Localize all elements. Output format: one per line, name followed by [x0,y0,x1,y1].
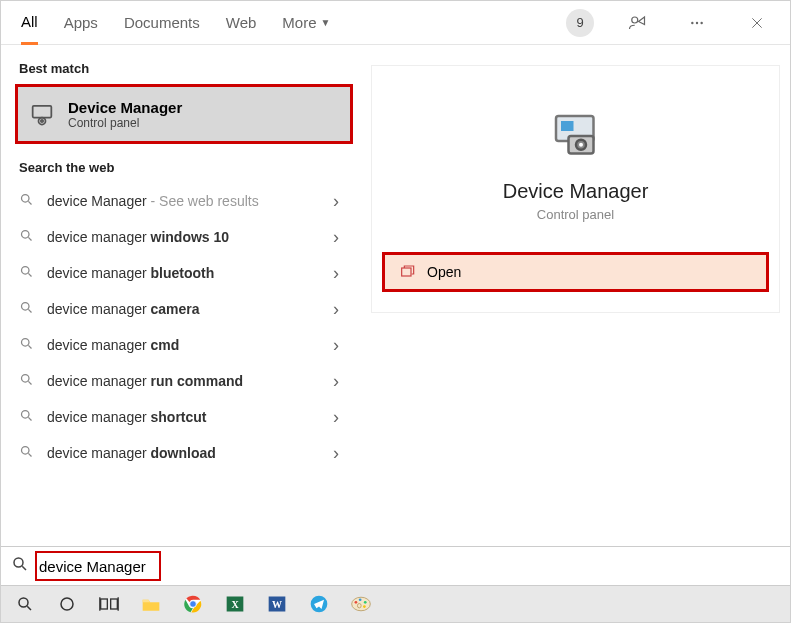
tab-all[interactable]: All [21,1,38,45]
svg-rect-4 [33,106,52,118]
svg-point-6 [41,120,43,122]
web-result-text: device manager windows 10 [47,229,321,245]
svg-point-14 [22,447,30,455]
svg-point-0 [632,17,638,23]
web-result-item[interactable]: device manager bluetooth› [1,255,361,291]
best-match-title: Device Manager [68,99,182,116]
device-manager-large-icon [546,106,606,166]
svg-point-8 [22,231,30,239]
tab-web[interactable]: Web [226,1,257,45]
svg-rect-16 [561,121,574,131]
taskbar-explorer-icon[interactable] [133,587,169,621]
web-result-item[interactable]: device manager run command› [1,363,361,399]
svg-point-13 [22,411,30,419]
feedback-icon[interactable] [620,6,654,40]
taskbar-taskview-icon[interactable] [91,587,127,621]
tab-more-label: More [282,14,316,31]
search-icon [19,336,35,354]
search-icon [19,408,35,426]
web-result-item[interactable]: device manager download› [1,435,361,471]
web-result-text: device manager bluetooth [47,265,321,281]
web-result-text: device manager cmd [47,337,321,353]
chevron-down-icon: ▼ [321,17,331,28]
open-action[interactable]: Open [382,252,769,292]
search-icon [19,228,35,246]
web-result-text: device manager run command [47,373,321,389]
svg-point-23 [61,598,73,610]
svg-point-21 [14,558,23,567]
chevron-right-icon: › [333,407,339,428]
svg-point-39 [357,603,361,607]
preview-pane: Device Manager Control panel Open [371,65,780,313]
best-match-subtitle: Control panel [68,116,182,130]
close-icon[interactable] [740,6,774,40]
svg-point-22 [19,598,28,607]
svg-rect-24 [101,599,108,609]
web-result-item[interactable]: device manager windows 10› [1,219,361,255]
search-icon [19,372,35,390]
search-icon [19,264,35,282]
chevron-right-icon: › [333,191,339,212]
svg-text:W: W [272,599,282,610]
search-tabs: All Apps Documents Web More ▼ 9 [1,1,790,45]
taskbar-excel-icon[interactable]: X [217,587,253,621]
svg-point-35 [355,601,358,604]
svg-point-1 [691,21,693,23]
web-result-text: device manager camera [47,301,321,317]
web-result-text: device Manager - See web results [47,193,321,209]
web-result-item[interactable]: device manager cmd› [1,327,361,363]
open-icon [399,264,415,280]
svg-point-37 [364,601,367,604]
chevron-right-icon: › [333,263,339,284]
chevron-right-icon: › [333,299,339,320]
search-icon [19,444,35,462]
search-icon [19,300,35,318]
taskbar-cortana-icon[interactable] [49,587,85,621]
best-match-label: Best match [1,55,361,84]
search-icon [19,192,35,210]
open-label: Open [427,264,461,280]
web-result-text: device manager shortcut [47,409,321,425]
search-row [1,546,790,586]
chevron-right-icon: › [333,227,339,248]
tab-more[interactable]: More ▼ [282,1,330,45]
svg-point-11 [22,339,30,347]
rewards-badge[interactable]: 9 [566,9,594,37]
svg-point-5 [39,118,46,125]
svg-point-38 [363,605,366,608]
preview-subtitle: Control panel [372,207,779,222]
web-result-text: device manager download [47,445,321,461]
device-manager-icon [28,100,56,128]
best-match-item[interactable]: Device Manager Control panel [15,84,353,144]
svg-point-9 [22,267,30,275]
taskbar-search-icon[interactable] [7,587,43,621]
tab-apps[interactable]: Apps [64,1,98,45]
svg-point-19 [579,143,583,147]
chevron-right-icon: › [333,335,339,356]
svg-point-36 [359,598,362,601]
svg-rect-20 [402,268,411,276]
options-icon[interactable] [680,6,714,40]
svg-text:X: X [231,599,239,610]
search-web-label: Search the web [1,154,361,183]
taskbar-word-icon[interactable]: W [259,587,295,621]
tab-documents[interactable]: Documents [124,1,200,45]
chevron-right-icon: › [333,371,339,392]
taskbar-paint-icon[interactable] [343,587,379,621]
taskbar-chrome-icon[interactable] [175,587,211,621]
svg-point-2 [696,21,698,23]
chevron-right-icon: › [333,443,339,464]
search-icon [11,555,29,578]
web-result-item[interactable]: device Manager - See web results› [1,183,361,219]
search-input[interactable] [39,547,786,585]
web-result-item[interactable]: device manager camera› [1,291,361,327]
taskbar-telegram-icon[interactable] [301,587,337,621]
svg-point-12 [22,375,30,383]
svg-point-3 [700,21,702,23]
svg-point-10 [22,303,30,311]
preview-title: Device Manager [372,180,779,203]
web-result-item[interactable]: device manager shortcut› [1,399,361,435]
taskbar: X W [1,586,790,622]
svg-point-7 [22,195,30,203]
svg-rect-25 [111,599,118,609]
